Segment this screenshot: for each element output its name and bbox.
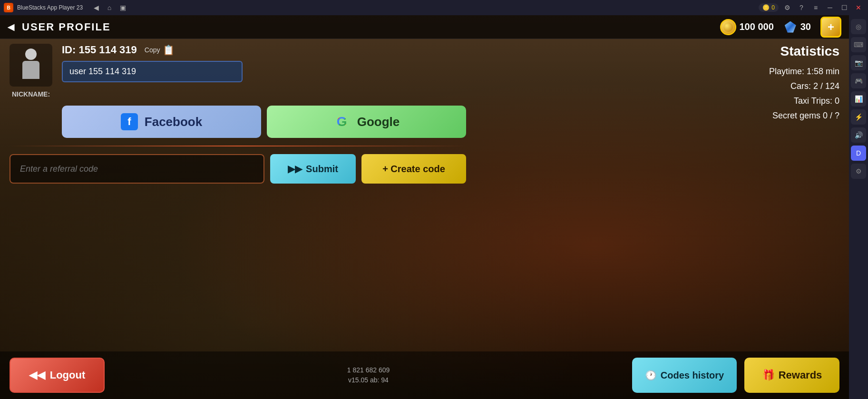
copy-label: Copy	[145, 46, 160, 54]
playtime-stat: Playtime: 1:58 min	[706, 67, 839, 77]
bluestacks-coin-display: 🪙 0	[759, 3, 779, 12]
add-currency-button[interactable]: +	[820, 17, 841, 38]
social-buttons-row: f Facebook G Google	[62, 106, 466, 138]
bs-sidebar-btn-settings[interactable]: ⚙	[851, 164, 866, 179]
game-area: ◀ USER PROFILE 100 000 30 +	[0, 15, 849, 399]
id-section: ID: 155 114 319 Copy 📋	[62, 44, 466, 82]
bs-close-button[interactable]: ✕	[853, 2, 864, 13]
user-id-text: ID: 155 114 319	[62, 44, 137, 56]
bluestacks-right-controls: 🪙 0 ⚙ ? ≡ ─ ☐ ✕	[759, 2, 864, 13]
diamonds-display: 30	[783, 20, 811, 34]
submit-icon: ▶▶	[288, 163, 302, 175]
rewards-icon: 🎁	[762, 369, 775, 381]
create-code-button[interactable]: + Create code	[361, 154, 466, 184]
facebook-label: Facebook	[145, 115, 202, 129]
bs-settings-button[interactable]: ⚙	[781, 2, 793, 13]
statistics-panel: Statistics Playtime: 1:58 min Cars: 2 / …	[706, 44, 839, 126]
coins-display: 100 000	[720, 19, 773, 35]
id-row: ID: 155 114 319 Copy 📋	[62, 44, 466, 56]
rewards-label: Rewards	[779, 369, 822, 381]
bs-minimize-button[interactable]: ─	[824, 2, 836, 13]
back-button[interactable]: ◀	[8, 22, 14, 32]
nav-home-button[interactable]: ⌂	[104, 2, 115, 13]
codes-history-button[interactable]: 🕐 Codes history	[632, 358, 737, 393]
identity-row: NICKNAME: ID: 155 114 319 Copy 📋	[10, 44, 466, 98]
profile-panel: NICKNAME: ID: 155 114 319 Copy 📋 f Faceb…	[10, 44, 466, 184]
version-line1: 1 821 682 609	[347, 365, 390, 375]
google-g-letter: G	[337, 114, 347, 129]
codes-history-icon: 🕐	[645, 370, 657, 381]
bs-sidebar-btn-5[interactable]: 📊	[851, 91, 866, 107]
bluestacks-topbar: B BlueStacks App Player 23 ◀ ⌂ ▣ 🪙 0 ⚙ ?…	[0, 0, 868, 15]
copy-id-button[interactable]: Copy 📋	[145, 44, 175, 56]
referral-code-input[interactable]	[10, 154, 264, 184]
avatar	[10, 44, 52, 87]
bluestacks-appname: BlueStacks App Player 23	[17, 4, 83, 11]
taxi-trips-stat: Taxi Trips: 0	[706, 96, 839, 106]
bs-sidebar-btn-1[interactable]: ◎	[851, 19, 866, 34]
logout-button[interactable]: ◀◀ Logout	[10, 358, 105, 393]
nav-tabs-button[interactable]: ▣	[117, 2, 128, 13]
bs-sidebar-btn-6[interactable]: ⚡	[851, 109, 866, 125]
version-info: 1 821 682 609 v15.05 ab: 94	[347, 365, 390, 385]
bs-sidebar-btn-2[interactable]: ⌨	[851, 37, 866, 52]
game-topbar: ◀ USER PROFILE 100 000 30 +	[0, 15, 849, 39]
statistics-title: Statistics	[706, 44, 839, 59]
currency-bar: 100 000 30 +	[720, 17, 841, 38]
back-icon: ◀	[8, 22, 14, 32]
submit-label: Submit	[306, 164, 338, 175]
google-label: Google	[357, 115, 400, 129]
bluestacks-logo: B	[4, 3, 13, 12]
facebook-button[interactable]: f Facebook	[62, 106, 261, 138]
bluestacks-nav: ◀ ⌂ ▣	[90, 2, 128, 13]
logout-label: Logout	[50, 369, 86, 381]
nav-back-button[interactable]: ◀	[90, 2, 102, 13]
copy-icon: 📋	[163, 44, 175, 56]
bs-sidebar-btn-7[interactable]: 🔊	[851, 127, 866, 143]
avatar-head	[25, 49, 37, 60]
bottom-bar: ◀◀ Logout 1 821 682 609 v15.05 ab: 94 🕐 …	[0, 351, 849, 399]
facebook-icon: f	[121, 113, 138, 130]
google-icon: G	[333, 113, 351, 130]
avatar-body	[22, 61, 39, 79]
diamonds-value: 30	[800, 21, 811, 32]
bs-discord-button[interactable]: D	[851, 146, 866, 161]
version-line2: v15.05 ab: 94	[347, 375, 390, 385]
submit-code-button[interactable]: ▶▶ Submit	[270, 154, 356, 184]
nickname-label: NICKNAME:	[12, 90, 50, 98]
avatar-figure	[19, 49, 43, 82]
rewards-button[interactable]: 🎁 Rewards	[744, 358, 839, 393]
coin-inner	[723, 22, 733, 32]
google-button[interactable]: G Google	[267, 106, 466, 138]
cars-stat: Cars: 2 / 124	[706, 81, 839, 91]
bs-help-button[interactable]: ?	[796, 2, 807, 13]
create-code-label: + Create code	[382, 164, 445, 175]
bs-sidebar-btn-3[interactable]: 📷	[851, 55, 866, 70]
codes-history-label: Codes history	[661, 370, 724, 381]
referral-row: ▶▶ Submit + Create code	[10, 154, 466, 184]
bs-coin-count: 0	[771, 4, 775, 11]
diamond-shape	[785, 21, 796, 33]
nickname-input[interactable]	[62, 61, 243, 82]
bs-menu-button[interactable]: ≡	[810, 2, 821, 13]
coin-icon	[720, 19, 736, 35]
page-title: USER PROFILE	[22, 21, 111, 33]
secret-gems-stat: Secret gems 0 / ?	[706, 111, 839, 121]
coins-value: 100 000	[739, 21, 773, 32]
divider-line	[10, 146, 466, 146]
logout-icon: ◀◀	[29, 369, 45, 381]
bluestacks-sidebar: ◎ ⌨ 📷 🎮 📊 ⚡ 🔊 D ⚙	[849, 15, 868, 399]
bs-restore-button[interactable]: ☐	[839, 2, 850, 13]
bs-sidebar-btn-4[interactable]: 🎮	[851, 73, 866, 88]
bs-coin-icon: 🪙	[762, 4, 770, 11]
diamond-icon	[783, 20, 798, 34]
